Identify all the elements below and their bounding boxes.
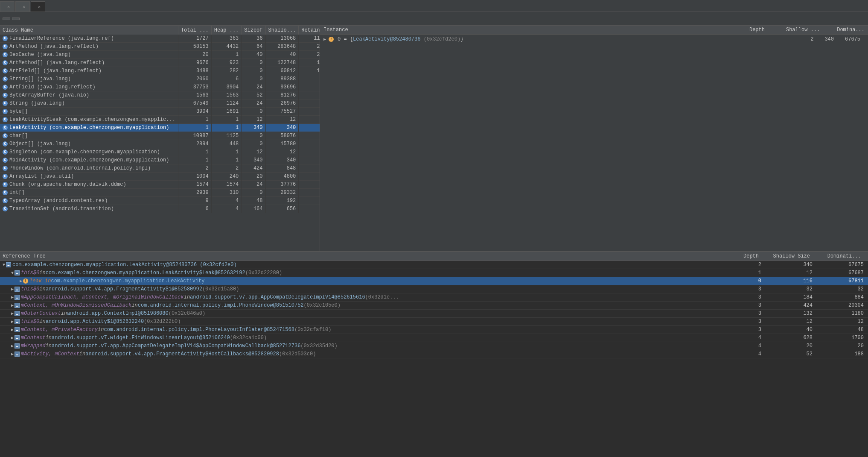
ref-tree-row[interactable]: ▼ ▬ com.example.chenzongwen.myapplicatio… (0, 261, 868, 269)
class-table-row[interactable]: CArtField (java.lang.reflect) 37753 3904… (0, 83, 320, 91)
heap-cell: 4 (211, 197, 242, 205)
heap-cell: 1124 (211, 100, 242, 108)
class-table-row[interactable]: CTransitionSet (android.transition) 6 4 … (0, 205, 320, 213)
class-table-row[interactable]: CDexCache (java.lang) 20 1 40 40 210344 (0, 51, 320, 59)
class-table-row[interactable]: CObject[] (java.lang) 2894 448 0 15780 5… (0, 140, 320, 148)
col-shallow[interactable]: Shallo... (265, 26, 299, 35)
class-name-cell: Cbyte[] (0, 108, 178, 116)
class-table-row[interactable]: CSingleton (com.example.chenzongwen.myap… (0, 148, 320, 156)
class-list-view-dropdown[interactable] (12, 18, 20, 20)
tab-alloc-1-close[interactable]: ✕ (7, 4, 10, 9)
class-table-row[interactable]: CString[] (java.lang) 2060 6 0 89388 949… (0, 75, 320, 83)
class-table-row[interactable]: CFinalizerReference (java.lang.ref) 1727… (0, 35, 320, 43)
ref-shallow-val: 52 (766, 351, 817, 357)
instance-row[interactable]: ▶ ! 0 = {LeakActivity@852480736 (0x32cfd… (320, 35, 868, 44)
class-icon: C (3, 68, 8, 73)
total-cell: 10987 (178, 132, 211, 140)
ref-addr: (0x32d1e... (365, 294, 399, 300)
stack-icon: ▬ (15, 287, 20, 292)
expand-arrow[interactable]: ▶ (11, 303, 14, 308)
class-table-row[interactable]: CString (java.lang) 67549 1124 24 26976 … (0, 100, 320, 108)
bottom-pane[interactable]: Reference Tree Depth Shallow Size Domina… (0, 252, 868, 457)
instance-pane[interactable]: Instance Depth Shallow ... Domina... ▶ !… (320, 26, 868, 251)
col-sizeof[interactable]: Sizeof (242, 26, 265, 35)
tab-hprof-close[interactable]: ✕ (38, 4, 41, 9)
ref-tree-row[interactable]: ▶ ▬ this$0 in android.support.v4.app.Fra… (0, 285, 868, 293)
expand-arrow[interactable]: ▶ (323, 37, 326, 42)
sizeof-cell: 0 (242, 189, 265, 197)
class-table-row[interactable]: CByteArrayBuffer (java.nio) 1563 1563 52… (0, 91, 320, 100)
class-table-row[interactable]: CTypedArray (android.content.res) 9 4 48… (0, 197, 320, 205)
ref-addr: (0x32c846a0) (169, 311, 205, 316)
total-cell: 9 (178, 197, 211, 205)
ref-dom-val: 1700 (817, 335, 868, 341)
sizeof-cell: 0 (242, 132, 265, 140)
ref-shallow-val: 116 (766, 278, 817, 284)
class-table-row[interactable]: CArtField[] (java.lang.reflect) 3488 282… (0, 67, 320, 75)
tab-hprof[interactable]: ✕ (31, 1, 45, 12)
heap-cell: 3904 (211, 83, 242, 91)
expand-arrow[interactable]: ▼ (3, 263, 5, 267)
class-name-cell: CLeakActivity$Leak (com.example.chenzong… (0, 116, 178, 124)
ref-tree-row[interactable]: ▶ ▬ mContext in android.support.v7.widge… (0, 334, 868, 342)
ref-tree-row[interactable]: ▶ ▬ mContext, mPrivateFactory in com.and… (0, 326, 868, 334)
col-retain[interactable]: Retain... ▾ (299, 26, 320, 35)
tab-alloc-2-close[interactable]: ✕ (23, 4, 25, 9)
class-table-row[interactable]: CPhoneWindow (com.android.internal.polic… (0, 164, 320, 173)
sizeof-cell: 24 (242, 83, 265, 91)
col-heap[interactable]: Heap ... (211, 26, 242, 35)
total-cell: 1 (178, 148, 211, 156)
ref-addr: (0x32ca1c00) (230, 335, 267, 341)
expand-arrow[interactable]: ▶ (11, 311, 14, 316)
expand-arrow[interactable]: ▶ (11, 335, 14, 340)
class-table-row[interactable]: Cbyte[] 3904 1691 0 75527 75527 (0, 108, 320, 116)
class-table-row[interactable]: Cint[] 2939 310 0 29332 29332 (0, 189, 320, 197)
ref-shallow-val: 424 (766, 302, 817, 308)
ref-addr: (0x32c105e0) (304, 302, 341, 308)
col-total[interactable]: Total ... (178, 26, 211, 35)
expand-arrow[interactable]: ▶ (11, 287, 14, 292)
class-list-pane[interactable]: Class Name Total ... Heap ... Sizeof Sha… (0, 26, 320, 251)
class-table-row[interactable]: Cchar[] 10987 1125 0 58076 58076 (0, 132, 320, 140)
class-name-cell: CTransitionSet (android.transition) (0, 205, 178, 213)
class-table-row[interactable]: CArtMethod (java.lang.reflect) 58153 443… (0, 43, 320, 51)
shallow-col-label: Shallow ... (786, 27, 820, 33)
expand-arrow[interactable]: ▶ (11, 327, 14, 332)
expand-arrow[interactable]: ▶ (20, 278, 22, 284)
class-table-row[interactable]: CChunk (org.apache.harmony.dalvik.ddmc) … (0, 181, 320, 189)
class-table-row[interactable]: CArrayList (java.util) 1004 240 20 4800 … (0, 173, 320, 181)
row-content: ▼ ▬ com.example.chenzongwen.myapplicatio… (0, 262, 731, 268)
ref-tree-body[interactable]: ▼ ▬ com.example.chenzongwen.myapplicatio… (0, 261, 868, 358)
ref-tree-row[interactable]: ▶ ▬ mWrapped in android.support.v7.app.A… (0, 342, 868, 350)
ref-col-shallow: Shallow Size (763, 253, 814, 259)
class-table-row[interactable]: CLeakActivity$Leak (com.example.chenzong… (0, 116, 320, 124)
class-name-cell: Cint[] (0, 189, 178, 197)
expand-arrow[interactable]: ▶ (11, 343, 14, 349)
class-table-row[interactable]: CMainActivity (com.example.chenzongwen.m… (0, 156, 320, 164)
sizeof-cell: 12 (242, 148, 265, 156)
class-icon: C (3, 101, 8, 106)
total-cell: 1004 (178, 173, 211, 181)
tab-alloc-2[interactable]: ✕ (15, 1, 30, 12)
expand-arrow[interactable]: ▶ (11, 352, 14, 357)
tab-alloc-1[interactable]: ✕ (0, 1, 15, 12)
class-table-row[interactable]: CArtMethod[] (java.lang.reflect) 9676 92… (0, 59, 320, 67)
ref-class-text: android.app.ContextImpl@851986080 (67, 311, 169, 316)
ref-tree-row[interactable]: ▶ ▬ mAppCompatCallback, mContext, mOrigi… (0, 293, 868, 302)
class-icon: C (3, 190, 8, 195)
ref-tree-row[interactable]: ▶ ! leak in com.example.chenzongwen.myap… (0, 277, 868, 285)
ref-tree-row[interactable]: ▶ ▬ mActivity, mContext in android.suppo… (0, 350, 868, 358)
expand-arrow[interactable]: ▼ (11, 271, 14, 275)
total-cell: 37753 (178, 83, 211, 91)
ref-addr: (0x32cfaf10) (294, 327, 331, 333)
ref-tree-row[interactable]: ▶ ▬ mContext, mOnWindowDismissedCallback… (0, 302, 868, 310)
ref-tree-row[interactable]: ▶ ▬ this$0 in android.app.Activity$1@852… (0, 318, 868, 326)
ref-tree-row[interactable]: ▶ ▬ mOuterContext in android.app.Context… (0, 310, 868, 318)
expand-arrow[interactable]: ▶ (11, 319, 14, 324)
sizeof-cell: 24 (242, 100, 265, 108)
app-heap-dropdown[interactable] (3, 18, 10, 20)
expand-arrow[interactable]: ▶ (11, 295, 14, 300)
dominator-col-label: Domina... (837, 27, 865, 33)
class-table-row[interactable]: CLeakActivity (com.example.chenzongwen.m… (0, 124, 320, 132)
ref-tree-row[interactable]: ▼ ▬ this$0 in com.example.chenzongwen.my… (0, 269, 868, 277)
